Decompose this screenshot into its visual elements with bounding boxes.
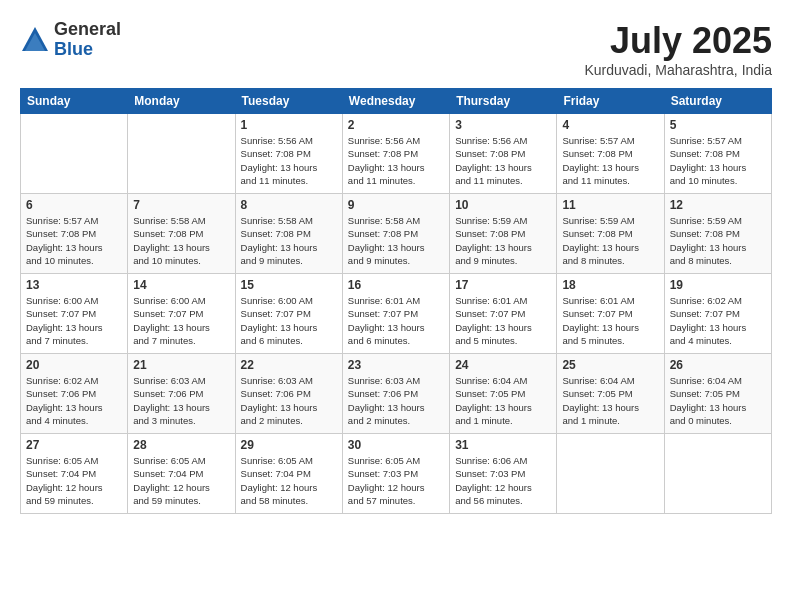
calendar-cell: 30Sunrise: 6:05 AM Sunset: 7:03 PM Dayli… bbox=[342, 434, 449, 514]
calendar-cell: 26Sunrise: 6:04 AM Sunset: 7:05 PM Dayli… bbox=[664, 354, 771, 434]
calendar-cell: 29Sunrise: 6:05 AM Sunset: 7:04 PM Dayli… bbox=[235, 434, 342, 514]
calendar-cell: 10Sunrise: 5:59 AM Sunset: 7:08 PM Dayli… bbox=[450, 194, 557, 274]
day-info: Sunrise: 5:56 AM Sunset: 7:08 PM Dayligh… bbox=[455, 134, 551, 187]
day-info: Sunrise: 6:04 AM Sunset: 7:05 PM Dayligh… bbox=[562, 374, 658, 427]
day-info: Sunrise: 6:01 AM Sunset: 7:07 PM Dayligh… bbox=[455, 294, 551, 347]
day-number: 12 bbox=[670, 198, 766, 212]
day-number: 15 bbox=[241, 278, 337, 292]
day-info: Sunrise: 5:58 AM Sunset: 7:08 PM Dayligh… bbox=[241, 214, 337, 267]
day-number: 18 bbox=[562, 278, 658, 292]
calendar-cell: 9Sunrise: 5:58 AM Sunset: 7:08 PM Daylig… bbox=[342, 194, 449, 274]
calendar-week-row: 13Sunrise: 6:00 AM Sunset: 7:07 PM Dayli… bbox=[21, 274, 772, 354]
day-number: 10 bbox=[455, 198, 551, 212]
calendar-cell: 13Sunrise: 6:00 AM Sunset: 7:07 PM Dayli… bbox=[21, 274, 128, 354]
day-info: Sunrise: 6:03 AM Sunset: 7:06 PM Dayligh… bbox=[348, 374, 444, 427]
day-number: 11 bbox=[562, 198, 658, 212]
calendar-cell: 23Sunrise: 6:03 AM Sunset: 7:06 PM Dayli… bbox=[342, 354, 449, 434]
calendar-cell: 28Sunrise: 6:05 AM Sunset: 7:04 PM Dayli… bbox=[128, 434, 235, 514]
day-info: Sunrise: 6:05 AM Sunset: 7:04 PM Dayligh… bbox=[133, 454, 229, 507]
calendar-cell: 27Sunrise: 6:05 AM Sunset: 7:04 PM Dayli… bbox=[21, 434, 128, 514]
day-number: 25 bbox=[562, 358, 658, 372]
calendar-cell: 8Sunrise: 5:58 AM Sunset: 7:08 PM Daylig… bbox=[235, 194, 342, 274]
day-number: 22 bbox=[241, 358, 337, 372]
day-info: Sunrise: 5:59 AM Sunset: 7:08 PM Dayligh… bbox=[562, 214, 658, 267]
day-number: 28 bbox=[133, 438, 229, 452]
day-info: Sunrise: 6:04 AM Sunset: 7:05 PM Dayligh… bbox=[670, 374, 766, 427]
calendar-cell: 1Sunrise: 5:56 AM Sunset: 7:08 PM Daylig… bbox=[235, 114, 342, 194]
day-info: Sunrise: 5:56 AM Sunset: 7:08 PM Dayligh… bbox=[241, 134, 337, 187]
weekday-header: Wednesday bbox=[342, 89, 449, 114]
calendar-cell bbox=[128, 114, 235, 194]
calendar-cell: 15Sunrise: 6:00 AM Sunset: 7:07 PM Dayli… bbox=[235, 274, 342, 354]
day-info: Sunrise: 6:04 AM Sunset: 7:05 PM Dayligh… bbox=[455, 374, 551, 427]
day-info: Sunrise: 6:00 AM Sunset: 7:07 PM Dayligh… bbox=[26, 294, 122, 347]
logo-icon bbox=[20, 25, 50, 55]
day-info: Sunrise: 6:03 AM Sunset: 7:06 PM Dayligh… bbox=[241, 374, 337, 427]
day-number: 29 bbox=[241, 438, 337, 452]
calendar-header-row: SundayMondayTuesdayWednesdayThursdayFrid… bbox=[21, 89, 772, 114]
day-info: Sunrise: 5:58 AM Sunset: 7:08 PM Dayligh… bbox=[348, 214, 444, 267]
month-year-title: July 2025 bbox=[584, 20, 772, 62]
day-info: Sunrise: 6:06 AM Sunset: 7:03 PM Dayligh… bbox=[455, 454, 551, 507]
day-info: Sunrise: 5:57 AM Sunset: 7:08 PM Dayligh… bbox=[670, 134, 766, 187]
calendar-cell: 31Sunrise: 6:06 AM Sunset: 7:03 PM Dayli… bbox=[450, 434, 557, 514]
day-number: 9 bbox=[348, 198, 444, 212]
calendar-cell: 22Sunrise: 6:03 AM Sunset: 7:06 PM Dayli… bbox=[235, 354, 342, 434]
weekday-header: Monday bbox=[128, 89, 235, 114]
day-number: 8 bbox=[241, 198, 337, 212]
day-number: 6 bbox=[26, 198, 122, 212]
day-number: 24 bbox=[455, 358, 551, 372]
day-number: 17 bbox=[455, 278, 551, 292]
day-number: 30 bbox=[348, 438, 444, 452]
day-number: 23 bbox=[348, 358, 444, 372]
day-number: 31 bbox=[455, 438, 551, 452]
calendar-cell: 20Sunrise: 6:02 AM Sunset: 7:06 PM Dayli… bbox=[21, 354, 128, 434]
calendar-cell: 19Sunrise: 6:02 AM Sunset: 7:07 PM Dayli… bbox=[664, 274, 771, 354]
calendar-week-row: 27Sunrise: 6:05 AM Sunset: 7:04 PM Dayli… bbox=[21, 434, 772, 514]
calendar-cell: 2Sunrise: 5:56 AM Sunset: 7:08 PM Daylig… bbox=[342, 114, 449, 194]
day-number: 7 bbox=[133, 198, 229, 212]
calendar-cell: 14Sunrise: 6:00 AM Sunset: 7:07 PM Dayli… bbox=[128, 274, 235, 354]
page-header: General Blue July 2025 Kurduvadi, Mahara… bbox=[20, 20, 772, 78]
weekday-header: Thursday bbox=[450, 89, 557, 114]
day-info: Sunrise: 5:59 AM Sunset: 7:08 PM Dayligh… bbox=[670, 214, 766, 267]
day-info: Sunrise: 5:57 AM Sunset: 7:08 PM Dayligh… bbox=[26, 214, 122, 267]
day-number: 5 bbox=[670, 118, 766, 132]
day-number: 16 bbox=[348, 278, 444, 292]
day-number: 14 bbox=[133, 278, 229, 292]
weekday-header: Saturday bbox=[664, 89, 771, 114]
calendar-cell: 18Sunrise: 6:01 AM Sunset: 7:07 PM Dayli… bbox=[557, 274, 664, 354]
day-number: 26 bbox=[670, 358, 766, 372]
calendar-table: SundayMondayTuesdayWednesdayThursdayFrid… bbox=[20, 88, 772, 514]
day-number: 1 bbox=[241, 118, 337, 132]
calendar-week-row: 20Sunrise: 6:02 AM Sunset: 7:06 PM Dayli… bbox=[21, 354, 772, 434]
calendar-cell: 3Sunrise: 5:56 AM Sunset: 7:08 PM Daylig… bbox=[450, 114, 557, 194]
day-number: 27 bbox=[26, 438, 122, 452]
title-block: July 2025 Kurduvadi, Maharashtra, India bbox=[584, 20, 772, 78]
calendar-cell: 16Sunrise: 6:01 AM Sunset: 7:07 PM Dayli… bbox=[342, 274, 449, 354]
logo-general-text: General bbox=[54, 19, 121, 39]
day-number: 2 bbox=[348, 118, 444, 132]
calendar-cell: 17Sunrise: 6:01 AM Sunset: 7:07 PM Dayli… bbox=[450, 274, 557, 354]
calendar-week-row: 6Sunrise: 5:57 AM Sunset: 7:08 PM Daylig… bbox=[21, 194, 772, 274]
calendar-cell: 7Sunrise: 5:58 AM Sunset: 7:08 PM Daylig… bbox=[128, 194, 235, 274]
day-number: 19 bbox=[670, 278, 766, 292]
calendar-cell: 5Sunrise: 5:57 AM Sunset: 7:08 PM Daylig… bbox=[664, 114, 771, 194]
calendar-cell: 24Sunrise: 6:04 AM Sunset: 7:05 PM Dayli… bbox=[450, 354, 557, 434]
day-info: Sunrise: 5:58 AM Sunset: 7:08 PM Dayligh… bbox=[133, 214, 229, 267]
calendar-week-row: 1Sunrise: 5:56 AM Sunset: 7:08 PM Daylig… bbox=[21, 114, 772, 194]
day-info: Sunrise: 6:02 AM Sunset: 7:07 PM Dayligh… bbox=[670, 294, 766, 347]
day-number: 20 bbox=[26, 358, 122, 372]
calendar-cell: 12Sunrise: 5:59 AM Sunset: 7:08 PM Dayli… bbox=[664, 194, 771, 274]
day-number: 4 bbox=[562, 118, 658, 132]
logo: General Blue bbox=[20, 20, 121, 60]
day-info: Sunrise: 6:03 AM Sunset: 7:06 PM Dayligh… bbox=[133, 374, 229, 427]
calendar-cell bbox=[664, 434, 771, 514]
calendar-cell: 4Sunrise: 5:57 AM Sunset: 7:08 PM Daylig… bbox=[557, 114, 664, 194]
day-info: Sunrise: 6:00 AM Sunset: 7:07 PM Dayligh… bbox=[241, 294, 337, 347]
calendar-cell: 25Sunrise: 6:04 AM Sunset: 7:05 PM Dayli… bbox=[557, 354, 664, 434]
calendar-cell: 6Sunrise: 5:57 AM Sunset: 7:08 PM Daylig… bbox=[21, 194, 128, 274]
calendar-cell: 21Sunrise: 6:03 AM Sunset: 7:06 PM Dayli… bbox=[128, 354, 235, 434]
day-info: Sunrise: 6:01 AM Sunset: 7:07 PM Dayligh… bbox=[348, 294, 444, 347]
weekday-header: Tuesday bbox=[235, 89, 342, 114]
